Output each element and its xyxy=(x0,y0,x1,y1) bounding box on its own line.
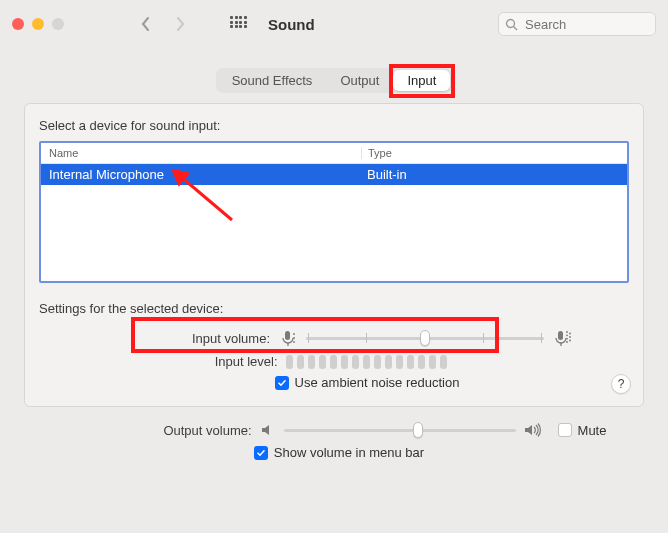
mic-low-icon xyxy=(278,328,298,348)
input-volume-row: Input volume: xyxy=(39,328,629,348)
svg-point-6 xyxy=(293,341,295,343)
svg-point-10 xyxy=(566,334,568,336)
grid-icon xyxy=(230,16,246,32)
tab-output[interactable]: Output xyxy=(326,70,393,91)
output-volume-row: Output volume: Mute xyxy=(24,421,644,439)
checkbox-icon xyxy=(558,423,572,437)
search-input[interactable] xyxy=(523,16,649,33)
mic-high-icon xyxy=(552,328,572,348)
speaker-high-icon xyxy=(524,422,544,438)
tabs-row: Sound Effects Output Input xyxy=(0,48,668,103)
show-volume-menubar-checkbox[interactable]: Show volume in menu bar xyxy=(254,445,424,460)
minimize-window-button[interactable] xyxy=(32,18,44,30)
output-volume-label: Output volume: xyxy=(62,423,252,438)
input-volume-label: Input volume: xyxy=(96,331,270,346)
svg-point-5 xyxy=(293,337,295,339)
show-menu-row: Show volume in menu bar xyxy=(24,445,644,460)
svg-point-0 xyxy=(507,19,515,27)
checkbox-icon xyxy=(275,376,289,390)
show-menu-label: Show volume in menu bar xyxy=(274,445,424,460)
window-controls xyxy=(12,18,64,30)
back-button[interactable] xyxy=(134,12,158,36)
settings-label: Settings for the selected device: xyxy=(39,301,629,316)
footer-section: Output volume: Mute Show volume in menu … xyxy=(24,421,644,460)
ambient-noise-label: Use ambient noise reduction xyxy=(295,375,460,390)
help-button[interactable]: ? xyxy=(611,374,631,394)
svg-point-4 xyxy=(293,333,295,335)
svg-point-15 xyxy=(569,340,571,342)
svg-point-13 xyxy=(569,333,571,335)
tab-sound-effects[interactable]: Sound Effects xyxy=(218,70,327,91)
close-window-button[interactable] xyxy=(12,18,24,30)
speaker-low-icon xyxy=(260,422,276,438)
output-volume-slider[interactable] xyxy=(284,421,516,439)
ambient-noise-row: Use ambient noise reduction xyxy=(39,375,629,390)
titlebar: Sound xyxy=(0,0,668,48)
zoom-window-button[interactable] xyxy=(52,18,64,30)
svg-point-9 xyxy=(566,331,568,333)
device-list[interactable]: Name Type Internal Microphone Built-in xyxy=(39,141,629,283)
svg-rect-7 xyxy=(558,331,563,340)
input-level-label: Input level: xyxy=(104,354,278,369)
input-volume-slider[interactable] xyxy=(306,329,544,347)
tab-input[interactable]: Input xyxy=(393,70,450,91)
ambient-noise-checkbox[interactable]: Use ambient noise reduction xyxy=(275,375,460,390)
column-type: Type xyxy=(361,147,619,159)
input-level-row: Input level: xyxy=(39,354,629,369)
show-all-button[interactable] xyxy=(226,12,250,36)
svg-point-12 xyxy=(566,341,568,343)
forward-button[interactable] xyxy=(168,12,192,36)
svg-rect-2 xyxy=(285,331,290,340)
view-tabs: Sound Effects Output Input xyxy=(216,68,453,93)
svg-line-1 xyxy=(514,26,518,30)
select-device-label: Select a device for sound input: xyxy=(39,118,629,133)
device-row-selected[interactable]: Internal Microphone Built-in xyxy=(41,164,627,185)
search-icon xyxy=(505,18,518,31)
svg-point-14 xyxy=(569,336,571,338)
search-field[interactable] xyxy=(498,12,656,36)
device-name: Internal Microphone xyxy=(49,167,361,182)
mute-checkbox[interactable]: Mute xyxy=(558,423,607,438)
svg-point-11 xyxy=(566,338,568,340)
window-title: Sound xyxy=(268,16,315,33)
device-type: Built-in xyxy=(361,167,619,182)
column-name: Name xyxy=(49,147,361,159)
mute-label: Mute xyxy=(578,423,607,438)
input-level-meter xyxy=(286,355,447,369)
device-list-header: Name Type xyxy=(41,143,627,164)
input-panel: Select a device for sound input: Name Ty… xyxy=(24,103,644,407)
checkbox-icon xyxy=(254,446,268,460)
